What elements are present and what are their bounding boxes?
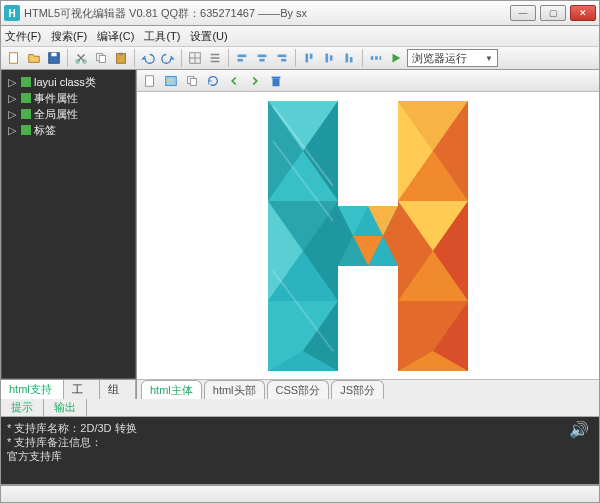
cut-icon[interactable]: [72, 49, 90, 67]
svg-rect-15: [281, 59, 286, 62]
copy-icon[interactable]: [92, 49, 110, 67]
svg-rect-0: [10, 53, 18, 64]
svg-rect-8: [119, 53, 123, 56]
svg-rect-29: [190, 78, 196, 85]
svg-rect-23: [375, 56, 378, 60]
align-top-icon[interactable]: [300, 49, 318, 67]
tree-item: ▷事件属性: [8, 90, 129, 106]
tree-item: ▷layui class类: [8, 74, 129, 90]
tab-js[interactable]: JS部分: [331, 380, 384, 399]
app-icon: H: [4, 5, 20, 21]
undo-icon[interactable]: [139, 49, 157, 67]
tab-hint[interactable]: 提示: [1, 399, 44, 416]
cube-icon: [21, 77, 31, 87]
minimize-button[interactable]: —: [510, 5, 536, 21]
run-mode-value: 浏览器运行: [412, 51, 467, 66]
svg-rect-17: [310, 54, 313, 59]
menu-tools[interactable]: 工具(T): [144, 29, 180, 44]
svg-rect-30: [273, 78, 280, 86]
cube-icon: [21, 109, 31, 119]
grid-icon[interactable]: [186, 49, 204, 67]
run-mode-combo[interactable]: 浏览器运行 ▼: [407, 49, 498, 67]
canvas-toolbar: [137, 70, 599, 92]
output-tabstrip: 提示 输出: [1, 399, 599, 417]
svg-rect-25: [146, 75, 154, 86]
svg-rect-26: [166, 76, 177, 85]
svg-rect-12: [258, 55, 267, 58]
left-panel: ▷layui class类 ▷事件属性 ▷全局属性 ▷标签 html支持库 工程…: [1, 70, 136, 399]
titlebar: H HTML5可视化编辑器 V0.81 QQ群：635271467 ——By s…: [0, 0, 600, 26]
logo-h-icon: [218, 92, 518, 379]
menu-file[interactable]: 文件(F): [5, 29, 41, 44]
tree-item: ▷标签: [8, 122, 129, 138]
svg-rect-21: [350, 57, 353, 62]
output-text[interactable]: * 支持库名称：2D/3D 转换 * 支持库备注信息： 官方支持库 🔊: [1, 417, 599, 484]
svg-rect-20: [346, 54, 349, 63]
design-canvas[interactable]: [137, 92, 599, 379]
svg-rect-19: [330, 55, 333, 60]
chevron-down-icon: ▼: [485, 54, 493, 63]
redo-icon[interactable]: [159, 49, 177, 67]
run-icon[interactable]: [387, 49, 405, 67]
arrow-right-icon[interactable]: [246, 72, 264, 90]
maximize-button[interactable]: ▢: [540, 5, 566, 21]
svg-rect-22: [371, 56, 374, 60]
tab-html-head[interactable]: html头部: [204, 380, 265, 399]
cube-icon: [21, 125, 31, 135]
cube-icon: [21, 93, 31, 103]
editor-tabstrip: html主体 html头部 CSS部分 JS部分: [137, 379, 599, 399]
editor-panel: html主体 html头部 CSS部分 JS部分: [136, 70, 599, 399]
menu-settings[interactable]: 设置(U): [190, 29, 227, 44]
new-file-icon[interactable]: [5, 49, 23, 67]
svg-rect-13: [259, 59, 264, 62]
refresh-icon[interactable]: [204, 72, 222, 90]
align-middle-icon[interactable]: [320, 49, 338, 67]
distribute-icon[interactable]: [367, 49, 385, 67]
svg-rect-11: [238, 59, 243, 62]
tree-item: ▷全局属性: [8, 106, 129, 122]
menu-search[interactable]: 搜索(F): [51, 29, 87, 44]
svg-point-27: [168, 78, 171, 81]
svg-rect-10: [238, 55, 247, 58]
output-panel: 提示 输出 * 支持库名称：2D/3D 转换 * 支持库备注信息： 官方支持库 …: [0, 399, 600, 485]
tab-component[interactable]: 组件: [100, 380, 136, 399]
save-icon[interactable]: [45, 49, 63, 67]
tab-output[interactable]: 输出: [44, 399, 87, 416]
list-icon[interactable]: [206, 49, 224, 67]
svg-rect-2: [51, 53, 56, 57]
left-tabstrip: html支持库 工程 组件: [1, 379, 136, 399]
menubar: 文件(F) 搜索(F) 编译(C) 工具(T) 设置(U): [0, 26, 600, 46]
align-left-icon[interactable]: [233, 49, 251, 67]
align-bottom-icon[interactable]: [340, 49, 358, 67]
svg-rect-31: [272, 76, 281, 78]
paste-icon[interactable]: [112, 49, 130, 67]
svg-rect-14: [278, 55, 287, 58]
copy2-icon[interactable]: [183, 72, 201, 90]
new-page-icon[interactable]: [141, 72, 159, 90]
tree-view[interactable]: ▷layui class类 ▷事件属性 ▷全局属性 ▷标签: [1, 70, 136, 379]
window-title: HTML5可视化编辑器 V0.81 QQ群：635271467 ——By sx: [24, 6, 510, 21]
open-icon[interactable]: [25, 49, 43, 67]
close-button[interactable]: ✕: [570, 5, 596, 21]
tab-project[interactable]: 工程: [64, 380, 100, 399]
align-right-icon[interactable]: [273, 49, 291, 67]
svg-rect-16: [306, 54, 309, 63]
align-center-icon[interactable]: [253, 49, 271, 67]
svg-rect-6: [99, 55, 105, 62]
svg-rect-18: [326, 54, 329, 63]
svg-rect-24: [380, 56, 382, 60]
picture-icon[interactable]: [162, 72, 180, 90]
tab-html-body[interactable]: html主体: [141, 380, 202, 399]
tab-support-lib[interactable]: html支持库: [1, 380, 64, 399]
statusbar: [0, 485, 600, 503]
delete-icon[interactable]: [267, 72, 285, 90]
arrow-left-icon[interactable]: [225, 72, 243, 90]
tab-css[interactable]: CSS部分: [267, 380, 330, 399]
main-toolbar: 浏览器运行 ▼: [0, 46, 600, 70]
speaker-icon[interactable]: 🔊: [569, 423, 589, 437]
menu-compile[interactable]: 编译(C): [97, 29, 134, 44]
